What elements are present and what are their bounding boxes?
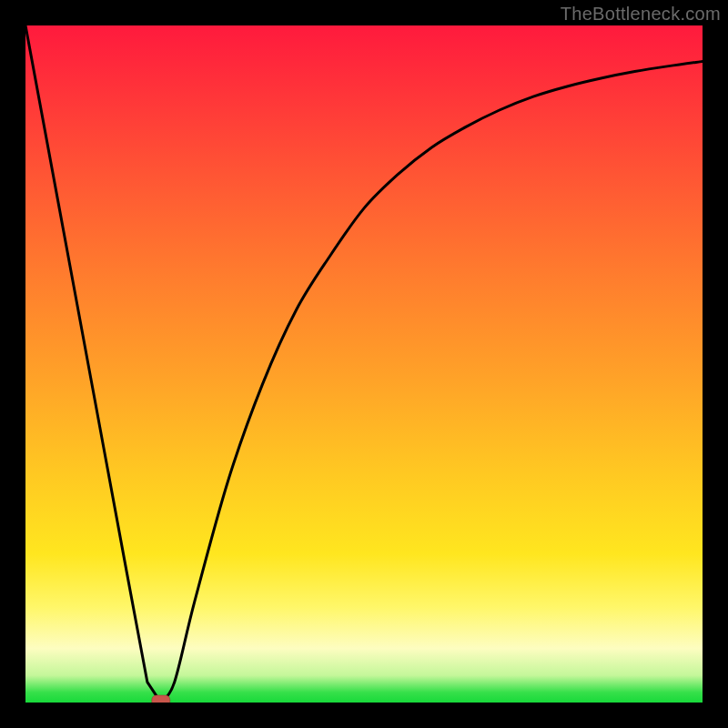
plot-background (25, 25, 703, 703)
watermark-label: TheBottleneck.com (561, 4, 721, 25)
chart-container: TheBottleneck.com (0, 0, 728, 728)
